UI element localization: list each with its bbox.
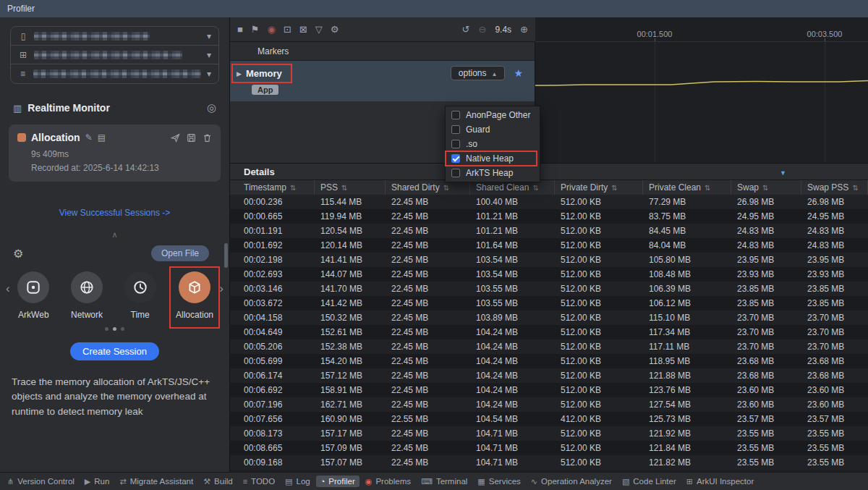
statusbar-item-migrate-assistant[interactable]: ⇄Migrate Assistant [115, 476, 197, 487]
flag-icon[interactable]: ⚑ [251, 25, 260, 34]
table-row[interactable]: 00:08.665157.09 MB22.45 MB104.71 MB512.0… [230, 441, 868, 455]
table-row[interactable]: 00:04.649152.61 MB22.45 MB104.24 MB512.0… [230, 325, 868, 339]
zoom-in-icon[interactable] [520, 25, 528, 34]
statusbar-item-run[interactable]: ▶Run [80, 476, 114, 487]
column-header-swap-pss[interactable]: Swap PSS [801, 180, 868, 195]
menu-item-arkts-heap[interactable]: ArkTS Heap [446, 166, 540, 180]
selector-3[interactable]: ≡ [11, 64, 218, 83]
carousel-right-icon[interactable] [219, 282, 224, 296]
tool-allocation[interactable]: Allocation [176, 271, 213, 320]
column-header-private-dirty[interactable]: Private Dirty [555, 180, 643, 195]
run-icon: ▶ [85, 478, 90, 486]
statusbar-item-services[interactable]: ▦Services [473, 476, 525, 487]
table-row[interactable]: 00:03.672141.42 MB22.45 MB103.55 MB512.0… [230, 296, 868, 311]
carousel-dots[interactable] [0, 327, 229, 331]
statusbar-item-operation-analyzer[interactable]: ∿Operation Analyzer [527, 476, 616, 487]
capture-icon[interactable]: ⊡ [284, 25, 292, 34]
checkbox-unchecked[interactable] [451, 125, 460, 134]
selector-2[interactable]: ⊞ [11, 46, 218, 64]
column-header-private-clean[interactable]: Private Clean [643, 180, 731, 195]
cell: 22.55 MB [386, 414, 470, 424]
table-row[interactable]: 00:00.665119.94 MB22.45 MB101.21 MB512.0… [230, 209, 868, 224]
scroll-down-indicator-icon[interactable] [780, 167, 786, 177]
settings-icon[interactable]: ⚙ [331, 25, 339, 34]
table-row[interactable]: 00:06.174157.12 MB22.45 MB104.24 MB512.0… [230, 368, 868, 383]
edit-icon[interactable] [85, 132, 93, 143]
table-row[interactable]: 00:06.692158.91 MB22.45 MB104.24 MB512.0… [230, 383, 868, 397]
menu-item-anonpage-other[interactable]: AnonPage Other [446, 108, 540, 122]
checkbox-unchecked[interactable] [451, 111, 460, 119]
table-row[interactable]: 00:00.236115.44 MB22.45 MB100.40 MB512.0… [230, 195, 868, 209]
checkbox-unchecked[interactable] [451, 169, 460, 177]
memory-track-header[interactable]: Memory [234, 67, 288, 80]
record-button-icon[interactable] [207, 101, 216, 114]
column-header-pss[interactable]: PSS [315, 180, 386, 195]
session-card[interactable]: Allocation 9s 409ms Recorded at: 2025-6-… [9, 124, 221, 182]
menu-item-so[interactable]: .so [446, 137, 540, 151]
table-row[interactable]: 00:03.146141.70 MB22.45 MB103.55 MB512.0… [230, 282, 868, 296]
table-row[interactable]: 00:04.158150.32 MB22.45 MB103.89 MB512.0… [230, 311, 868, 325]
column-header-timestamp[interactable]: Timestamp [230, 180, 315, 195]
save-icon[interactable] [187, 133, 196, 143]
column-header-swap[interactable]: Swap [731, 180, 801, 195]
checkbox-unchecked[interactable] [451, 140, 460, 148]
cell: 00:02.198 [230, 255, 315, 265]
table-row[interactable]: 00:01.191120.54 MB22.45 MB101.21 MB512.0… [230, 224, 868, 238]
column-header-shared-dirty[interactable]: Shared Dirty [386, 180, 470, 195]
cell: 512.00 KB [555, 211, 643, 221]
statusbar-item-code-linter[interactable]: ▧Code Linter [618, 476, 681, 487]
memory-track[interactable]: Memory options App [230, 61, 535, 101]
sidebar-splitter-handle[interactable] [224, 243, 228, 268]
statusbar-item-terminal[interactable]: ⌨Terminal [417, 476, 472, 487]
open-file-button[interactable]: Open File [151, 245, 209, 261]
statusbar-item-profiler[interactable]: ◔Profiler [316, 476, 359, 487]
filter-icon[interactable]: ▽ [315, 25, 323, 34]
statusbar-item-arkui-inspector[interactable]: ⊞ArkUI Inspector [682, 476, 758, 487]
zoom-out-icon[interactable] [479, 25, 487, 34]
restore-zoom-icon[interactable] [462, 25, 470, 34]
carousel-left-icon[interactable] [6, 282, 10, 296]
table-row[interactable]: 00:09.168157.07 MB22.45 MB104.71 MB512.0… [230, 455, 868, 470]
table-row[interactable]: 00:02.198141.41 MB22.45 MB103.54 MB512.0… [230, 253, 868, 267]
carousel-dot-active[interactable] [113, 327, 116, 331]
gear-icon[interactable] [13, 247, 23, 261]
stop-icon[interactable]: ■ [237, 25, 243, 34]
tool-time[interactable]: Time [122, 271, 158, 320]
statusbar-item-todo[interactable]: ≡TODO [239, 476, 279, 487]
table-row[interactable]: 00:01.692120.14 MB22.45 MB101.64 MB512.0… [230, 238, 868, 253]
table-row[interactable]: 00:07.196162.71 MB22.45 MB104.24 MB512.0… [230, 397, 868, 412]
trash-icon[interactable] [203, 133, 212, 143]
statusbar-item-problems[interactable]: ◉Problems [361, 476, 415, 487]
column-header-shared-clean[interactable]: Shared Clean [470, 180, 555, 195]
collapse-handle[interactable] [0, 229, 229, 240]
tool-arkweb[interactable]: ArkWeb [16, 271, 51, 320]
create-session-button[interactable]: Create Session [70, 342, 159, 360]
table-row[interactable]: 00:05.699154.20 MB22.45 MB104.24 MB512.0… [230, 354, 868, 368]
statusbar-item-build[interactable]: ⚒Build [199, 476, 237, 487]
statusbar-item-version-control[interactable]: ⋔Version Control [3, 476, 79, 487]
tool-network[interactable]: Network [69, 271, 105, 320]
table-row[interactable]: 00:02.693144.07 MB22.45 MB103.54 MB512.0… [230, 267, 868, 282]
menu-item-guard[interactable]: Guard [446, 122, 540, 137]
clear-icon[interactable]: ⊠ [299, 25, 307, 34]
statusbar-item-log[interactable]: ▤Log [281, 476, 315, 487]
menu-item-native-heap[interactable]: Native Heap [446, 151, 540, 166]
cell: 24.83 MB [801, 240, 868, 250]
favorite-star-icon[interactable] [514, 67, 523, 79]
table-row[interactable]: 00:05.206152.38 MB22.45 MB104.24 MB512.0… [230, 339, 868, 354]
expand-arrow-icon[interactable] [237, 68, 242, 78]
record-icon[interactable]: ◉ [268, 25, 276, 34]
table-row[interactable]: 00:07.656160.90 MB22.55 MB104.54 MB412.0… [230, 412, 868, 426]
send-icon[interactable] [171, 133, 180, 143]
checkbox-checked[interactable] [451, 154, 460, 163]
memory-chart-canvas[interactable] [535, 42, 868, 163]
markers-track[interactable]: Markers [230, 42, 535, 61]
carousel-dot[interactable] [121, 327, 124, 331]
selector-1[interactable]: ▯ [11, 27, 218, 46]
table-row[interactable]: 00:08.173157.17 MB22.45 MB104.71 MB512.0… [230, 426, 868, 441]
view-sessions-link[interactable]: View Successful Sessions -> [0, 208, 229, 218]
options-button[interactable]: options [451, 66, 506, 80]
carousel-dot[interactable] [105, 327, 109, 331]
notes-icon[interactable] [98, 132, 106, 143]
timeline-ruler[interactable]: 00:01.50000:03.500 [535, 17, 868, 42]
